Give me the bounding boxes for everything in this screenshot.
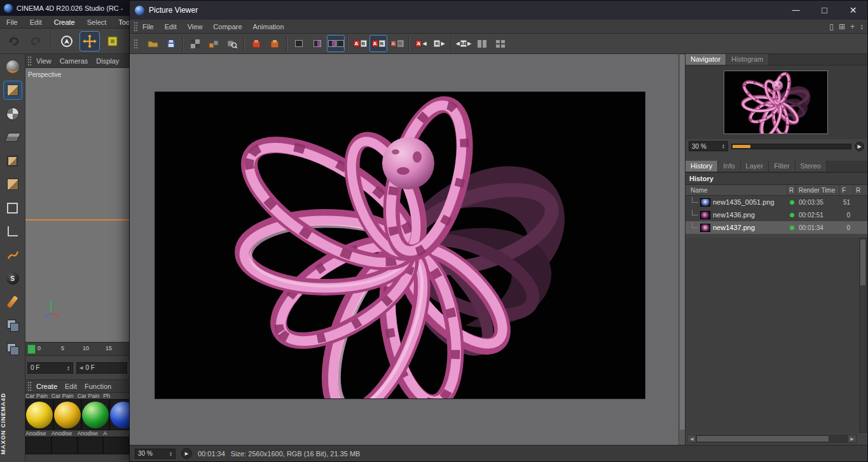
material-label[interactable]: Car Pain: [52, 393, 78, 399]
tab-stereo[interactable]: Stereo: [796, 161, 827, 172]
material-thumbnail[interactable]: [103, 437, 129, 454]
tab-history[interactable]: History: [685, 161, 718, 172]
sculpt-mode-icon[interactable]: S: [4, 269, 22, 287]
material-label[interactable]: A: [103, 430, 129, 437]
history-vertical-scrollbar[interactable]: [859, 238, 867, 433]
material-label[interactable]: Car Pain: [78, 393, 104, 399]
material-label[interactable]: Anodise: [78, 430, 104, 437]
minimize-button[interactable]: —: [782, 1, 810, 20]
history-horizontal-scrollbar[interactable]: ◀ ▶: [687, 435, 857, 443]
spline-tool-icon[interactable]: [4, 246, 22, 264]
panel-popout-button[interactable]: ▶: [855, 142, 864, 151]
history-row[interactable]: new1436.png 00:02:51 0: [685, 208, 867, 221]
timeline-ruler[interactable]: 0 5 10 15: [25, 342, 129, 356]
open-file-button[interactable]: [144, 36, 161, 51]
panel-grip-icon[interactable]: [134, 39, 138, 48]
c4d-menu-select[interactable]: Select: [87, 18, 107, 26]
move-panel-icon[interactable]: +: [850, 22, 855, 31]
panel-grip-icon[interactable]: [134, 22, 138, 31]
c4d-menu-file[interactable]: File: [6, 18, 18, 26]
save-button[interactable]: [163, 36, 179, 51]
material-thumbnail[interactable]: [81, 399, 109, 430]
edges-mode-icon[interactable]: [4, 175, 22, 193]
set-as-a-button[interactable]: A◀: [413, 36, 429, 51]
column-render-time[interactable]: Render Time: [796, 185, 839, 195]
undo-button[interactable]: [4, 32, 23, 51]
layer-visibility-icon[interactable]: [4, 340, 22, 358]
model-mode-icon[interactable]: [4, 81, 22, 99]
material-thumbnail[interactable]: [25, 399, 53, 430]
redo-button[interactable]: [27, 32, 46, 51]
checkerboard-button[interactable]: [187, 36, 203, 51]
viewport-menu-display[interactable]: Display: [96, 57, 119, 65]
move-tool-button[interactable]: [80, 32, 99, 51]
maximize-button[interactable]: □: [810, 1, 839, 20]
zoom-slider[interactable]: [731, 144, 851, 149]
axis-mode-icon[interactable]: [4, 222, 22, 240]
zoom-field[interactable]: 30 % ▲▼: [689, 141, 728, 151]
pv-menu-animation[interactable]: Animation: [253, 23, 284, 31]
column-r[interactable]: R: [787, 185, 796, 195]
tab-navigator[interactable]: Navigator: [685, 54, 726, 65]
set-as-b-button[interactable]: B▶: [431, 36, 448, 51]
pv-titlebar[interactable]: Picture Viewer — □ ✕: [130, 1, 867, 20]
status-zoom-field[interactable]: 30 % ▲▼: [135, 449, 176, 459]
material-label[interactable]: Ph: [103, 393, 129, 399]
play-button[interactable]: ▶: [181, 448, 192, 459]
polygons-mode-icon[interactable]: [4, 199, 22, 217]
materials-menu-edit[interactable]: Edit: [65, 383, 77, 390]
panel-grip-icon[interactable]: [27, 381, 32, 391]
column-f[interactable]: F: [839, 185, 853, 195]
current-frame-marker[interactable]: [27, 344, 36, 354]
viewport-menu-view[interactable]: View: [36, 57, 52, 65]
material-label[interactable]: Anodise: [25, 430, 52, 437]
camera-mode-icon[interactable]: [4, 58, 22, 76]
image-view-area[interactable]: [130, 54, 686, 445]
points-mode-icon[interactable]: [4, 152, 22, 170]
materials-menu-function[interactable]: Function: [85, 383, 111, 390]
single-view-button[interactable]: [291, 36, 307, 51]
viewport-menu-cameras[interactable]: Cameras: [60, 57, 88, 65]
load-render-b-button[interactable]: [266, 36, 283, 51]
column-name[interactable]: Name: [685, 185, 787, 195]
material-thumbnail[interactable]: [53, 399, 81, 430]
material-thumbnail[interactable]: [78, 437, 104, 454]
pv-menu-compare[interactable]: Compare: [213, 23, 242, 31]
find-image-button[interactable]: [224, 36, 240, 51]
navigator-thumbnail[interactable]: [724, 71, 828, 134]
scale-tool-button[interactable]: [103, 32, 122, 51]
material-thumbnail[interactable]: [25, 437, 52, 454]
swap-ab-button[interactable]: ◀AB▶: [455, 36, 472, 51]
material-thumbnail[interactable]: [52, 437, 78, 454]
layer-lock-icon[interactable]: [4, 316, 22, 334]
panel-grip-icon[interactable]: [27, 56, 32, 65]
layout-columns-button[interactable]: [474, 36, 490, 51]
viewport-label[interactable]: Perspective: [28, 71, 61, 78]
range-start-field[interactable]: ◀ 0 F: [76, 362, 127, 374]
range-handle-icon[interactable]: ◀: [79, 365, 83, 370]
resize-panel-icon[interactable]: ↕: [860, 22, 864, 31]
pv-menu-file[interactable]: File: [142, 23, 154, 31]
texture-mode-icon[interactable]: [4, 105, 22, 123]
material-label[interactable]: Anodise: [52, 430, 78, 437]
scroll-left-icon[interactable]: ◀: [687, 435, 696, 443]
dock-grid-icon[interactable]: ⊞: [839, 22, 845, 31]
c4d-menu-create[interactable]: Create: [54, 18, 75, 26]
history-row-selected[interactable]: new1437.png 00:01:34 0: [685, 221, 867, 234]
workplane-mode-icon[interactable]: [4, 128, 22, 146]
material-label[interactable]: Car Pain: [25, 393, 52, 399]
scrollbar-thumb[interactable]: [696, 435, 829, 442]
pv-menu-edit[interactable]: Edit: [165, 23, 177, 31]
spline-object[interactable]: [25, 219, 129, 221]
cube-stack-button[interactable]: [205, 36, 222, 51]
paint-brush-icon[interactable]: [4, 293, 22, 311]
perspective-viewport[interactable]: Perspective: [25, 68, 129, 342]
compare-ab-split-button[interactable]: AB: [370, 36, 387, 51]
close-button[interactable]: ✕: [839, 1, 867, 20]
compare-ab-button[interactable]: AB: [352, 36, 368, 51]
tab-filter[interactable]: Filter: [769, 161, 795, 172]
c4d-menu-edit[interactable]: Edit: [30, 18, 42, 26]
pv-menu-view[interactable]: View: [188, 23, 203, 31]
scroll-right-icon[interactable]: ▶: [848, 435, 857, 443]
tab-histogram[interactable]: Histogram: [726, 54, 769, 65]
